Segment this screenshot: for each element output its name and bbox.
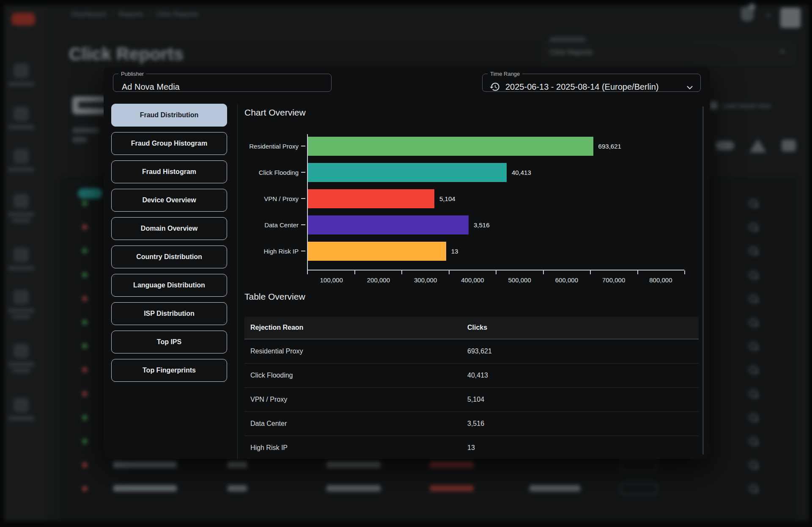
chart-row: Residential Proxy693,621 (244, 133, 684, 159)
cell-rejection-reason: Data Center (244, 420, 461, 428)
screen: Dashboard / Reports / Click Reports Clic… (0, 0, 812, 527)
x-axis-tick (401, 270, 402, 274)
table-header-row: Rejection Reaon Clicks (244, 317, 699, 339)
cell-clicks: 3,516 (461, 420, 699, 428)
cell-rejection-reason: Click Flooding (244, 372, 461, 379)
chart-category-label: High Risk IP (244, 248, 301, 255)
chart-category-label: VPN / Proxy (244, 195, 301, 202)
x-axis-tick-label: 400,000 (449, 276, 496, 284)
x-axis-tick (307, 270, 308, 274)
x-axis-tick (354, 270, 355, 274)
chevron-down-icon (685, 83, 694, 92)
column-header-rejection-reason: Rejection Reaon (244, 324, 461, 331)
modal-tab-isp-distribution[interactable]: ISP Distribution (111, 302, 227, 325)
table-body: Residential Proxy693,621Click Flooding40… (244, 339, 699, 459)
publisher-label: Publisher (118, 71, 146, 77)
category-tick (301, 198, 305, 199)
bar-value-label: 693,621 (598, 143, 621, 150)
cell-rejection-reason: VPN / Proxy (244, 396, 461, 403)
x-axis-tick (637, 270, 638, 274)
x-axis-tick-label: 500,000 (496, 276, 543, 284)
modal-tab-fraud-group-histogram[interactable]: Fraud Group Histogram (111, 132, 227, 155)
cell-clicks: 5,104 (461, 396, 699, 403)
chart-overview-title: Chart Overview (244, 108, 306, 118)
modal-tab-top-fingerprints[interactable]: Top Fingerprints (111, 359, 227, 382)
modal-tab-top-ips[interactable]: Top IPS (111, 331, 227, 353)
x-axis-labels: 100,000200,000300,000400,000500,000600,0… (308, 276, 684, 284)
category-tick (301, 224, 305, 225)
x-axis-tick-label: 300,000 (402, 276, 449, 284)
cell-clicks: 40,413 (461, 372, 699, 379)
column-header-clicks: Clicks (461, 324, 699, 331)
chart-category-label: Click Flooding (244, 169, 301, 176)
time-range-field[interactable]: Time Range 2025-06-13 - 2025-08-14 (Euro… (482, 71, 701, 92)
chart-row: High Risk IP13 (244, 238, 684, 264)
bar-residential-proxy (308, 137, 593, 156)
time-range-value: 2025-06-13 - 2025-08-14 (Europe/Berlin) (505, 82, 658, 92)
modal-tab-country-distribution[interactable]: Country Distribution (111, 246, 227, 268)
x-axis-tick-label: 100,000 (308, 276, 355, 284)
table-row: High Risk IP13 (244, 436, 699, 459)
publisher-field[interactable]: Publisher Ad Nova Media (113, 71, 332, 92)
category-tick (301, 251, 305, 251)
history-clock-icon (489, 81, 500, 92)
time-range-label: Time Range (488, 71, 522, 77)
table-row: Data Center3,516 (244, 412, 699, 436)
cell-rejection-reason: High Risk IP (244, 444, 461, 452)
bar-click-flooding (308, 163, 507, 182)
x-axis-tick (449, 270, 450, 274)
publisher-input[interactable]: Ad Nova Media (122, 82, 180, 92)
bar-value-label: 5,104 (439, 195, 455, 202)
x-axis-tick-label: 800,000 (637, 276, 684, 284)
table-row: Click Flooding40,413 (244, 364, 699, 388)
chart-category-label: Data Center (244, 221, 301, 229)
chart-plot-row: 13 (308, 242, 684, 261)
chart-rows: Residential Proxy693,621Click Flooding40… (244, 133, 684, 264)
chart-category-label: Residential Proxy (244, 143, 301, 150)
modal-tab-device-overview[interactable]: Device Overview (111, 189, 227, 212)
overview-table: Rejection Reaon Clicks Residential Proxy… (244, 317, 699, 459)
click-reports-dialog: Publisher Ad Nova Media Time Range 2025-… (104, 67, 710, 459)
cell-clicks: 13 (461, 444, 699, 452)
x-axis-tick (543, 270, 544, 274)
bar-value-label: 13 (451, 248, 458, 255)
chart-plot-row: 3,516 (308, 215, 684, 235)
chart-plot-row: 693,621 (308, 137, 684, 156)
modal-tab-language-distribution[interactable]: Language Distribution (111, 274, 227, 297)
modal-tab-fraud-histogram[interactable]: Fraud Histogram (111, 160, 227, 183)
x-axis-tick (684, 270, 685, 274)
x-axis-tick (496, 270, 497, 274)
table-overview-title: Table Overview (244, 292, 305, 302)
bar-value-label: 40,413 (512, 169, 531, 176)
bar-value-label: 3,516 (474, 221, 490, 229)
cell-clicks: 693,621 (461, 348, 699, 355)
modal-scrollbar[interactable] (702, 106, 704, 455)
chart-row: Data Center3,516 (244, 212, 684, 238)
bar-high-risk-ip (308, 242, 446, 261)
category-tick (301, 146, 305, 146)
chart-plot-row: 5,104 (308, 189, 684, 208)
bar-data-center (308, 215, 469, 235)
table-row: Residential Proxy693,621 (244, 339, 699, 364)
chart-row: VPN / Proxy5,104 (244, 185, 684, 212)
modal-tab-list: Fraud DistributionFraud Group HistogramF… (104, 104, 238, 459)
x-axis-tick-label: 700,000 (590, 276, 637, 284)
chart-plot-row: 40,413 (308, 163, 684, 182)
x-axis-tick-label: 600,000 (543, 276, 590, 284)
table-row: VPN / Proxy5,104 (244, 388, 699, 412)
x-axis-tick (590, 270, 591, 274)
category-tick (301, 172, 305, 173)
x-axis-tick-label: 200,000 (355, 276, 402, 284)
cell-rejection-reason: Residential Proxy (244, 348, 461, 355)
modal-tab-domain-overview[interactable]: Domain Overview (111, 217, 227, 240)
chart-row: Click Flooding40,413 (244, 159, 684, 185)
bar-vpn-proxy (308, 189, 434, 208)
modal-tab-fraud-distribution[interactable]: Fraud Distribution (111, 104, 227, 127)
